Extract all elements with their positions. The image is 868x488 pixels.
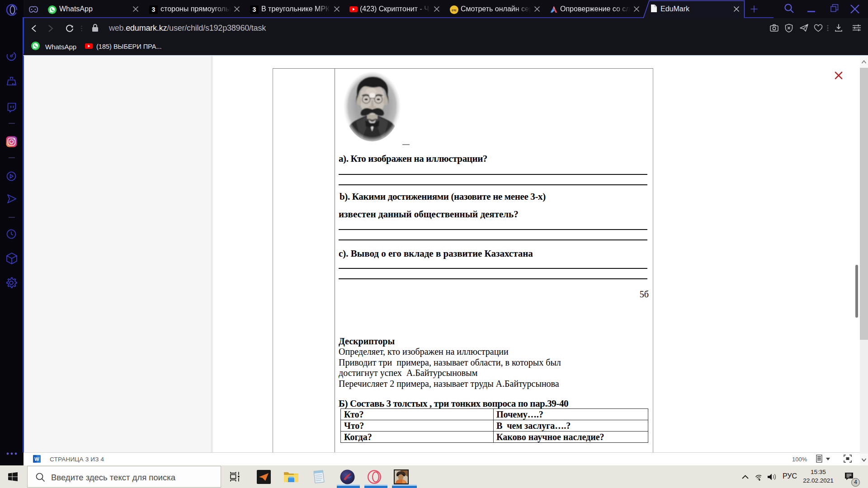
svg-text:W: W: [34, 456, 39, 462]
svg-text:стс: стс: [452, 9, 457, 12]
